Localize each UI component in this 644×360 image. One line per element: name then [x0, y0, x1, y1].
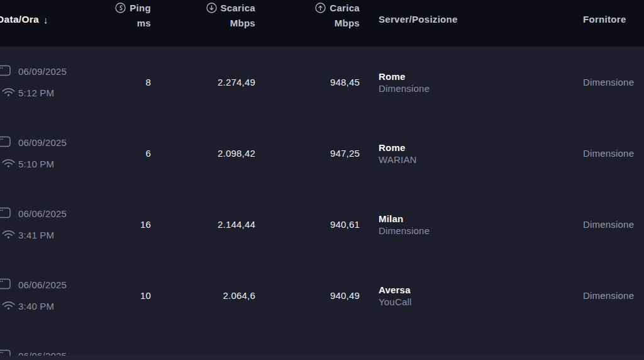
result-provider: Dimensione [583, 219, 634, 230]
column-header-datetime[interactable]: Data/Ora ↓ [0, 14, 48, 25]
result-server: Aversa [379, 284, 411, 295]
result-date: 06/09/2025 [18, 137, 67, 148]
wifi-icon [1, 86, 16, 97]
result-download: 2.274,49 [218, 77, 255, 87]
result-provider: Dimensione [583, 290, 634, 301]
column-unit-ping: ms [115, 18, 151, 28]
result-row[interactable]: 06/06/2025 3:40 PM 10 2.064,6 940,49 Ave… [0, 261, 644, 332]
result-ping: 6 [145, 148, 151, 159]
result-time: 5:10 PM [18, 159, 54, 169]
modem-icon [0, 65, 11, 76]
result-provider: Dimensione [583, 148, 634, 159]
column-label-ping: Ping [130, 3, 151, 13]
column-unit-upload: Mbps [315, 18, 360, 28]
result-row[interactable]: 06/09/2025 5:12 PM 8 2.274,49 948,45 Rom… [0, 47, 644, 118]
modem-icon [0, 207, 11, 218]
result-date: 06/09/2025 [18, 66, 67, 77]
result-time: 3:41 PM [18, 230, 54, 240]
column-header-server[interactable]: Server/Posizione [379, 14, 458, 25]
wifi-icon [1, 300, 16, 310]
result-download: 2.144,44 [218, 219, 255, 230]
result-upload: 948,45 [330, 77, 360, 87]
wifi-icon [1, 157, 16, 168]
result-sponsor: Dimensione [379, 225, 430, 236]
result-date: 06/06/2025 [18, 208, 67, 219]
column-header-provider[interactable]: Fornitore [583, 14, 626, 25]
result-upload: 947,25 [330, 148, 360, 159]
result-download: 2.098,42 [218, 148, 255, 159]
result-provider: Dimensione [583, 77, 634, 87]
modem-icon [0, 136, 11, 147]
result-ping: 16 [140, 219, 151, 230]
result-row[interactable]: 06/06/2025 3:41 PM 16 2.144,44 940,61 Mi… [0, 189, 644, 261]
column-label-datetime: Data/Ora [0, 14, 39, 25]
column-label-download: Scarica [221, 3, 255, 13]
column-label-server: Server/Posizione [379, 14, 458, 25]
column-label-upload: Carica [330, 3, 360, 13]
result-row[interactable]: 06/09/2025 5:10 PM 6 2.098,42 947,25 Rom… [0, 118, 644, 189]
result-upload: 940,61 [330, 219, 360, 230]
result-server: Rome [379, 71, 405, 82]
result-time: 5:12 PM [18, 87, 54, 98]
results-table-header: Data/Ora ↓ Ping ms [0, 0, 644, 47]
result-ping: 8 [145, 77, 151, 87]
upload-circle-icon [315, 3, 326, 13]
result-download: 2.064,6 [223, 290, 255, 301]
sort-desc-icon: ↓ [43, 14, 48, 25]
bottom-strip [0, 356, 644, 360]
result-time: 3:40 PM [18, 301, 54, 312]
download-circle-icon [206, 3, 217, 13]
modem-icon [0, 278, 11, 290]
result-ping: 10 [140, 290, 151, 301]
column-header-download[interactable]: Scarica Mbps [206, 2, 255, 28]
result-sponsor: Dimensione [379, 83, 430, 94]
speedtest-results-page: Data/Ora ↓ Ping ms [0, 0, 644, 360]
wifi-icon [1, 228, 16, 239]
result-sponsor: YouCall [379, 296, 412, 307]
result-upload: 940,49 [330, 290, 360, 301]
result-sponsor: WARIAN [379, 154, 417, 165]
column-label-provider: Fornitore [583, 14, 626, 25]
column-header-upload[interactable]: Carica Mbps [315, 2, 360, 28]
result-server: Milan [379, 213, 403, 224]
column-header-ping[interactable]: Ping ms [115, 2, 151, 28]
ping-circle-icon [115, 3, 126, 13]
result-server: Rome [379, 142, 405, 153]
column-unit-download: Mbps [206, 18, 255, 28]
result-date: 06/06/2025 [18, 279, 67, 290]
